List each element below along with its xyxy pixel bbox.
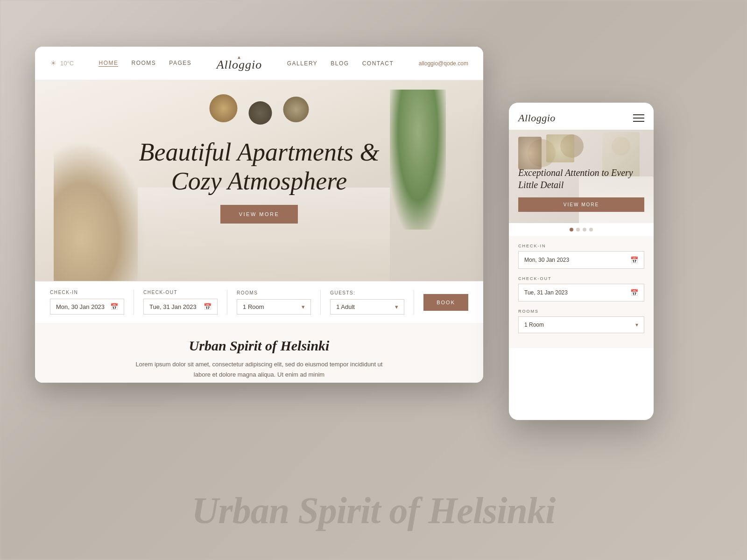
nav-link-gallery[interactable]: GALLERY: [287, 60, 318, 67]
dot-2[interactable]: [576, 228, 580, 231]
dot-1[interactable]: [570, 228, 573, 231]
calendar-icon-checkout: 📅: [204, 303, 211, 310]
mobile-art2: [546, 134, 574, 162]
checkout-field: CHECK-OUT Tue, 31 Jan 2023 📅: [134, 290, 227, 315]
mobile-checkout-input[interactable]: Tue, 31 Jan 2023 📅: [518, 284, 644, 301]
mobile-nav: Alloggio: [509, 103, 654, 130]
nav-email: alloggio@qode.com: [419, 60, 468, 67]
checkin-field: CHECK-IN Mon, 30 Jan 2023 📅: [50, 290, 134, 315]
mobile-art1: [518, 137, 542, 169]
mobile-hero-cta[interactable]: VIEW MORE: [518, 197, 644, 212]
mobile-checkout-label: CHECK-OUT: [518, 276, 644, 281]
hero-title-line1: Beautiful Apartments &: [139, 138, 380, 166]
checkout-value: Tue, 31 Jan 2023: [149, 303, 197, 310]
chevron-guests: ▾: [395, 303, 398, 310]
mobile-calendar-checkout: 📅: [630, 289, 638, 296]
rooms-select[interactable]: 1 Room ▾: [237, 299, 311, 315]
guests-select[interactable]: 1 Adult ▾: [330, 299, 404, 315]
mobile-logo: Alloggio: [518, 112, 556, 124]
nav-link-blog[interactable]: BLOG: [331, 60, 349, 67]
mobile-rooms-label: ROOMS: [518, 309, 644, 314]
rooms-field: ROOMS 1 Room ▾: [227, 290, 321, 315]
mobile-hero-text: Exceptional Attention to Every Little De…: [518, 167, 644, 212]
desktop-logo: ▲ Alloggio: [217, 55, 262, 72]
checkin-input[interactable]: Mon, 30 Jan 2023 📅: [50, 299, 124, 315]
nav-right-links: GALLERY BLOG CONTACT: [287, 60, 394, 67]
hero-title: Beautiful Apartments & Cozy Atmosphere: [139, 138, 380, 196]
nav-link-pages[interactable]: PAGES: [169, 60, 191, 67]
mobile-checkin-label: CHECK-IN: [518, 244, 644, 248]
mobile-mockup: Alloggio Exceptional Attention to Every …: [509, 103, 654, 420]
guests-field: GUESTS: 1 Adult ▾: [321, 290, 414, 315]
mobile-checkout-value: Tue, 31 Jan 2023: [524, 289, 568, 296]
mobile-checkout-field: CHECK-OUT Tue, 31 Jan 2023 📅: [518, 276, 644, 301]
guests-label: GUESTS:: [330, 290, 404, 295]
desktop-nav: ☀ 10°C HOME ROOMS PAGES ▲ Alloggio GALLE…: [35, 47, 483, 80]
mobile-checkin-field: CHECK-IN Mon, 30 Jan 2023 📅: [518, 244, 644, 269]
hero-view-more-button[interactable]: VIEW MORE: [220, 205, 298, 224]
mobile-checkin-value: Mon, 30 Jan 2023: [524, 257, 569, 263]
mobile-rooms-select[interactable]: 1 Room ▾: [518, 316, 644, 333]
rooms-label: ROOMS: [237, 290, 311, 295]
weather-text: 10°C: [60, 60, 74, 67]
slider-dots: [509, 223, 654, 236]
hamburger-line1: [633, 114, 644, 115]
mobile-rooms-field: ROOMS 1 Room ▾: [518, 309, 644, 333]
nav-link-rooms[interactable]: ROOMS: [131, 60, 156, 67]
desktop-hero: Beautiful Apartments & Cozy Atmosphere V…: [35, 80, 483, 281]
hero-title-line2: Cozy Atmosphere: [171, 167, 347, 195]
guests-value: 1 Adult: [336, 303, 355, 310]
mobile-hero-title: Exceptional Attention to Every Little De…: [518, 167, 644, 191]
desktop-content: Urban Spirit of Helsinki Lorem ipsum dol…: [35, 323, 483, 383]
mobile-hero: Exceptional Attention to Every Little De…: [509, 130, 654, 223]
logo-text: Alloggio: [217, 58, 262, 71]
desktop-mockup: ☀ 10°C HOME ROOMS PAGES ▲ Alloggio GALLE…: [35, 47, 483, 383]
nav-weather-area: ☀ 10°C: [50, 59, 74, 68]
sun-icon: ☀: [50, 59, 56, 68]
checkout-input[interactable]: Tue, 31 Jan 2023 📅: [143, 299, 218, 315]
mobile-checkin-input[interactable]: Mon, 30 Jan 2023 📅: [518, 251, 644, 269]
calendar-icon-checkin: 📅: [110, 303, 118, 310]
content-text: Lorem ipsum dolor sit amet, consectetur …: [128, 359, 390, 380]
content-title: Urban Spirit of Helsinki: [54, 338, 465, 354]
mobile-booking: CHECK-IN Mon, 30 Jan 2023 📅 CHECK-OUT Tu…: [509, 236, 654, 348]
nav-link-home[interactable]: HOME: [99, 60, 118, 67]
mobile-chevron-rooms: ▾: [635, 322, 638, 328]
booking-bar: CHECK-IN Mon, 30 Jan 2023 📅 CHECK-OUT Tu…: [35, 281, 483, 323]
dot-4[interactable]: [589, 228, 593, 231]
background-text: Urban Spirit of Helsinki: [0, 490, 747, 532]
rooms-value: 1 Room: [243, 303, 264, 310]
checkin-value: Mon, 30 Jan 2023: [56, 303, 105, 310]
nav-link-contact[interactable]: CONTACT: [362, 60, 394, 67]
checkout-label: CHECK-OUT: [143, 290, 218, 295]
hero-text-overlay: Beautiful Apartments & Cozy Atmosphere V…: [35, 80, 483, 281]
hamburger-line3: [633, 121, 644, 122]
book-button[interactable]: BOOK: [423, 294, 468, 311]
mobile-calendar-checkin: 📅: [630, 256, 638, 264]
dot-3[interactable]: [583, 228, 586, 231]
mobile-rooms-value: 1 Room: [524, 322, 544, 328]
checkin-label: CHECK-IN: [50, 290, 124, 295]
nav-left-links: HOME ROOMS PAGES: [99, 60, 191, 67]
hamburger-line2: [633, 118, 644, 119]
hamburger-menu[interactable]: [633, 114, 644, 122]
chevron-rooms: ▾: [302, 303, 305, 310]
